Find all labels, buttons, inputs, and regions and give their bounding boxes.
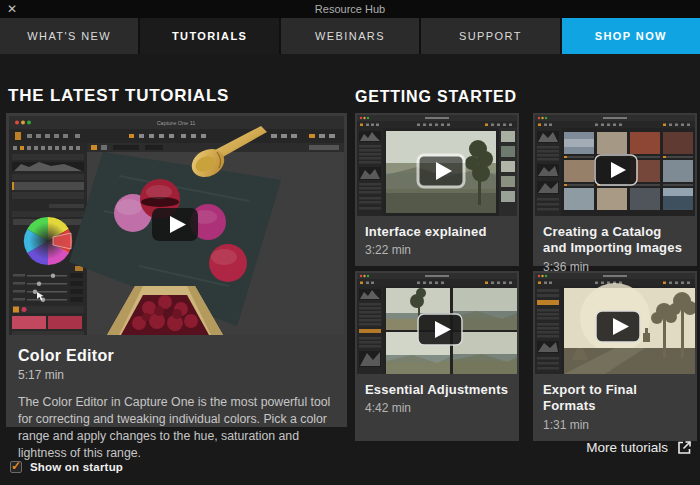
tab-shop-now[interactable]: SHOP NOW bbox=[562, 18, 700, 54]
tab-tutorials[interactable]: TUTORIALS bbox=[140, 18, 278, 54]
adjustments-thumbnail-art bbox=[357, 273, 517, 374]
featured-video-thumbnail[interactable]: Capture One 11 bbox=[6, 113, 347, 338]
tab-whats-new[interactable]: WHAT'S NEW bbox=[0, 18, 138, 54]
play-icon bbox=[418, 314, 462, 345]
featured-video-title: Color Editor bbox=[18, 347, 335, 365]
adjustments-video-thumbnail[interactable] bbox=[355, 271, 519, 376]
play-icon bbox=[152, 208, 198, 241]
catalog-video-thumbnail[interactable] bbox=[533, 113, 697, 218]
checkmark-icon: ✓ bbox=[11, 459, 21, 473]
tutorial-card-catalog: Creating a Catalog and Importing Images … bbox=[533, 113, 697, 266]
tab-webinars[interactable]: WEBINARS bbox=[281, 18, 419, 54]
video-duration: 3:22 min bbox=[365, 243, 509, 257]
window-titlebar: ✕ Resource Hub bbox=[0, 0, 700, 18]
interface-thumbnail-art bbox=[357, 115, 517, 216]
close-icon[interactable]: ✕ bbox=[7, 1, 17, 17]
external-link-icon bbox=[677, 440, 692, 455]
latest-tutorials-heading: THE LATEST TUTORIALS bbox=[8, 86, 229, 106]
getting-started-heading: GETTING STARTED bbox=[355, 88, 517, 106]
video-duration: 4:42 min bbox=[365, 401, 509, 415]
more-tutorials-label: More tutorials bbox=[586, 440, 668, 455]
featured-video-description: The Color Editor in Capture One is the m… bbox=[18, 394, 335, 462]
play-icon bbox=[596, 311, 640, 342]
tab-bar: WHAT'S NEW TUTORIALS WEBINARS SUPPORT SH… bbox=[0, 18, 700, 54]
featured-video-duration: 5:17 min bbox=[18, 368, 335, 382]
catalog-thumbnail-art bbox=[535, 115, 695, 216]
tutorial-card-adjustments: Essential Adjustments 4:42 min bbox=[355, 271, 519, 441]
featured-tutorial-card: Capture One 11 bbox=[6, 113, 347, 427]
startup-checkbox[interactable]: ✓ bbox=[10, 461, 22, 473]
show-on-startup-toggle[interactable]: ✓ Show on startup bbox=[10, 461, 123, 473]
video-title: Creating a Catalog and Importing Images bbox=[543, 224, 687, 257]
export-thumbnail-art bbox=[535, 273, 695, 374]
startup-checkbox-label: Show on startup bbox=[30, 461, 123, 473]
play-icon bbox=[418, 155, 464, 187]
tab-support[interactable]: SUPPORT bbox=[421, 18, 559, 54]
svg-text:Capture One 11: Capture One 11 bbox=[157, 120, 196, 126]
interface-video-thumbnail[interactable] bbox=[355, 113, 519, 218]
video-title: Essential Adjustments bbox=[365, 382, 509, 398]
play-icon bbox=[595, 155, 637, 185]
window-title: Resource Hub bbox=[0, 3, 700, 15]
video-title: Export to Final Formats bbox=[543, 382, 687, 415]
tutorial-card-export: Export to Final Formats 1:31 min bbox=[533, 271, 697, 441]
tutorial-card-interface: Interface explained 3:22 min bbox=[355, 113, 519, 266]
color-editor-thumbnail-art: Capture One 11 bbox=[9, 116, 344, 335]
export-video-thumbnail[interactable] bbox=[533, 271, 697, 376]
video-duration: 1:31 min bbox=[543, 418, 687, 432]
video-title: Interface explained bbox=[365, 224, 509, 240]
more-tutorials-link[interactable]: More tutorials bbox=[586, 440, 692, 455]
getting-started-grid: Interface explained 3:22 min bbox=[355, 113, 697, 441]
